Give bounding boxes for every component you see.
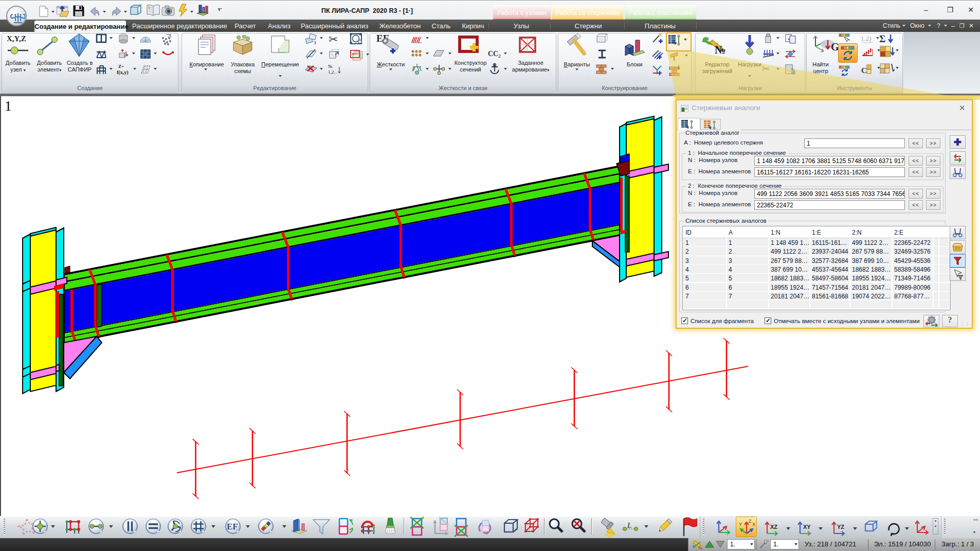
svg-text:XY: XY [803,524,811,530]
svg-text:f(x,y): f(x,y) [117,69,129,76]
svg-text:YZ: YZ [837,524,844,530]
svg-text:X: X [752,522,755,527]
svg-text:C: C [861,66,867,75]
svg-text:1.2): 1.2) [861,34,872,42]
svg-text:G: G [831,41,838,52]
svg-text:Z: Z [749,519,752,524]
svg-text:Y: Y [739,522,742,527]
svg-text:Z=: Z= [118,64,124,69]
svg-text:L: L [627,521,631,529]
svg-text:X,Y,Z: X,Y,Z [7,34,26,43]
svg-text:CC: CC [488,50,498,58]
svg-text:1,2...: 1,2... [328,69,337,75]
svg-text:№: № [328,64,333,69]
svg-text:№: № [698,545,703,550]
svg-text:Σ: Σ [879,33,885,44]
svg-text:EF: EF [227,522,238,531]
svg-text:✂: ✂ [762,64,770,74]
svg-text:2: 2 [498,54,501,59]
svg-text:XZ: XZ [770,524,777,530]
svg-text:№: № [715,43,726,56]
svg-text:✂: ✂ [329,33,338,45]
